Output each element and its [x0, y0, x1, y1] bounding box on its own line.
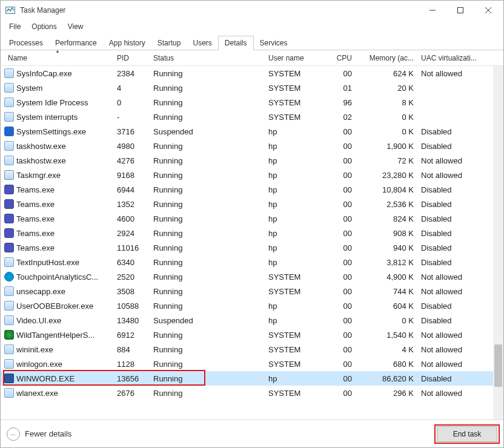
fewer-details-button[interactable]: ︿ Fewer details: [7, 427, 71, 441]
process-icon: [4, 185, 14, 194]
table-row[interactable]: System interrupts-RunningSYSTEM020 K: [1, 110, 503, 124]
cell-user: hp: [265, 200, 331, 209]
cell-name: WINWORD.EXE: [16, 374, 113, 383]
cell-user: SYSTEM: [265, 69, 331, 78]
table-row[interactable]: wlanext.exe2676RunningSYSTEM00296 KNot a…: [1, 386, 503, 400]
cell-memory: 624 K: [356, 69, 417, 78]
cell-memory: 10,804 K: [356, 185, 417, 194]
cell-name: TextInputHost.exe: [16, 258, 113, 267]
menu-options[interactable]: Options: [27, 21, 61, 32]
menu-file[interactable]: File: [4, 21, 25, 32]
table-row[interactable]: System Idle Process0RunningSYSTEM968 K: [1, 95, 503, 110]
cell-name: Teams.exe: [16, 214, 113, 223]
cell-uac: Disabled: [417, 243, 484, 252]
minimize-button[interactable]: [419, 1, 446, 20]
cell-pid: 2924: [113, 229, 150, 238]
cell-cpu: 00: [331, 316, 356, 325]
cell-memory: 296 K: [356, 389, 417, 398]
tab-services[interactable]: Services: [254, 36, 294, 50]
cell-user: SYSTEM: [265, 287, 331, 296]
process-icon: [4, 97, 14, 107]
menu-view[interactable]: View: [63, 21, 88, 32]
cell-user: SYSTEM: [265, 360, 331, 369]
cell-pid: 884: [113, 345, 150, 354]
cell-memory: 0 K: [356, 113, 417, 122]
cell-memory: 2,536 K: [356, 200, 417, 209]
table-row[interactable]: UserOOBEBroker.exe10588Runninghp00604 KD…: [1, 298, 503, 313]
process-icon: [4, 170, 14, 180]
cell-name: Teams.exe: [16, 229, 113, 238]
process-icon: [4, 359, 14, 369]
process-icon: [4, 257, 14, 267]
process-icon: [4, 199, 14, 209]
header-pid[interactable]: PID: [113, 54, 150, 62]
cell-pid: 11016: [113, 243, 150, 252]
table-row[interactable]: Teams.exe1352Runninghp002,536 KDisabled: [1, 197, 503, 211]
task-manager-icon: [5, 5, 15, 15]
tab-performance[interactable]: Performance: [49, 36, 103, 50]
process-icon: [4, 112, 14, 122]
cell-memory: 908 K: [356, 229, 417, 238]
header-cpu[interactable]: CPU: [331, 54, 356, 62]
scrollbar-track[interactable]: [493, 66, 503, 420]
cell-user: SYSTEM: [265, 272, 331, 282]
cell-memory: 604 K: [356, 301, 417, 311]
process-icon: [4, 214, 14, 223]
tab-startup[interactable]: Startup: [151, 36, 187, 50]
cell-status: Running: [150, 374, 265, 383]
table-row[interactable]: Teams.exe4600Runninghp00824 KDisabled: [1, 211, 503, 226]
end-task-button[interactable]: End task: [437, 426, 497, 442]
header-uac[interactable]: UAC virtualizati...: [417, 54, 484, 62]
header-name[interactable]: Name: [4, 54, 113, 62]
table-row[interactable]: WildTangentHelperS...6912RunningSYSTEM00…: [1, 328, 503, 342]
cell-user: hp: [265, 316, 331, 325]
header-user[interactable]: User name: [265, 54, 331, 62]
table-row[interactable]: Teams.exe2924Runninghp00908 KDisabled: [1, 226, 503, 240]
table-row[interactable]: unsecapp.exe3508RunningSYSTEM00744 KNot …: [1, 284, 503, 298]
cell-name: System interrupts: [16, 113, 113, 122]
table-row[interactable]: SystemSettings.exe3716Suspendedhp000 KDi…: [1, 124, 503, 139]
cell-status: Suspended: [150, 127, 265, 136]
cell-status: Running: [150, 258, 265, 267]
header-status[interactable]: Status: [150, 54, 265, 62]
cell-memory: 20 K: [356, 84, 417, 93]
cell-pid: 10588: [113, 301, 150, 311]
table-row[interactable]: System4RunningSYSTEM0120 K: [1, 81, 503, 95]
table-row[interactable]: taskhostw.exe4276Runninghp0072 KNot allo…: [1, 153, 503, 168]
cell-name: Teams.exe: [16, 243, 113, 252]
cell-status: Running: [150, 171, 265, 180]
table-row[interactable]: WINWORD.EXE13656Runninghp0086,620 KDisab…: [1, 371, 503, 386]
table-row[interactable]: TextInputHost.exe6340Runninghp003,812 KD…: [1, 255, 503, 269]
scrollbar-thumb[interactable]: [494, 344, 502, 387]
tab-apphistory[interactable]: App history: [103, 36, 151, 50]
table-row[interactable]: Teams.exe6944Runninghp0010,804 KDisabled: [1, 182, 503, 197]
header-memory[interactable]: Memory (ac...: [356, 54, 417, 62]
table-row[interactable]: Video.UI.exe13480Suspendedhp000 KDisable…: [1, 313, 503, 328]
cell-uac: Disabled: [417, 127, 484, 136]
table-row[interactable]: Taskmgr.exe9168Runninghp0023,280 KNot al…: [1, 168, 503, 182]
process-icon: [4, 156, 14, 165]
cell-pid: 6912: [113, 331, 150, 340]
cell-memory: 8 K: [356, 98, 417, 107]
table-row[interactable]: TouchpointAnalyticsC...2520RunningSYSTEM…: [1, 269, 503, 284]
tab-details[interactable]: Details: [218, 36, 254, 50]
table-row[interactable]: SysInfoCap.exe2384RunningSYSTEM00624 KNo…: [1, 66, 503, 81]
cell-memory: 4,900 K: [356, 272, 417, 282]
close-button[interactable]: [474, 1, 502, 20]
table-row[interactable]: wininit.exe884RunningSYSTEM004 KNot allo…: [1, 342, 503, 357]
cell-user: hp: [265, 127, 331, 136]
process-icon: [4, 68, 14, 78]
tab-users[interactable]: Users: [187, 36, 217, 50]
process-icon: [4, 388, 14, 398]
table-row[interactable]: winlogon.exe1128RunningSYSTEM00680 KNot …: [1, 357, 503, 371]
cell-status: Suspended: [150, 316, 265, 325]
cell-name: SysInfoCap.exe: [16, 69, 113, 78]
tab-processes[interactable]: Processes: [3, 36, 49, 50]
cell-name: Teams.exe: [16, 200, 113, 209]
cell-cpu: 00: [331, 272, 356, 282]
table-row[interactable]: Teams.exe11016Runninghp00940 KDisabled: [1, 240, 503, 255]
maximize-button[interactable]: [446, 1, 474, 20]
cell-pid: -: [113, 113, 150, 122]
table-row[interactable]: taskhostw.exe4980Runninghp001,900 KDisab…: [1, 139, 503, 153]
cell-uac: Disabled: [417, 185, 484, 194]
